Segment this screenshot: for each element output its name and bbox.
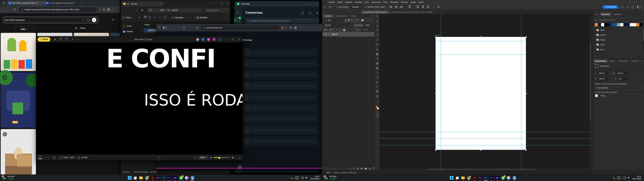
taskbar-icon-explorer[interactable] <box>138 175 144 181</box>
filter-shape-icon[interactable] <box>353 19 356 22</box>
taskbar-icon-photos[interactable] <box>190 175 195 181</box>
guide-vertical[interactable] <box>521 14 522 170</box>
edge-address-bar[interactable]: web.whatsapp.com <box>200 25 280 30</box>
guide-vertical[interactable] <box>441 14 441 170</box>
filter-toggle[interactable] <box>361 19 364 21</box>
color-swatch[interactable] <box>601 23 604 26</box>
options-gear-icon[interactable]: ⚙ <box>438 6 440 8</box>
taskbar-icon-explorer[interactable] <box>460 175 466 181</box>
filter-adjustment-icon[interactable] <box>348 19 350 21</box>
swatch-group-row[interactable]: › RGB <box>593 28 643 33</box>
menu-item[interactable]: Arquivo <box>328 1 335 3</box>
info-icon[interactable]: i <box>53 156 56 159</box>
collection-overlay-icon[interactable]: ⊞ <box>3 132 7 136</box>
crumb-item[interactable]: 07 - JULHO <box>168 9 178 11</box>
tool-icon[interactable]: ● <box>375 47 379 52</box>
share-icon[interactable]: ↗ <box>157 16 162 19</box>
breadcrumb[interactable]: › ⋯ › 2025 › 07 - JULHO <box>147 8 203 12</box>
chevron-down-icon[interactable]: ▾ <box>332 6 332 8</box>
tool-icon[interactable]: ▭ <box>375 84 379 89</box>
tray-chevron-icon[interactable]: ^ <box>288 177 289 179</box>
guide-horizontal[interactable] <box>379 132 591 132</box>
panel-menu-icon[interactable]: ≡ <box>372 15 373 17</box>
zoom-slider-knob[interactable] <box>218 156 221 159</box>
taskbar-icon-mediaencoder[interactable]: Me <box>172 175 178 181</box>
cut-icon[interactable]: ✂ <box>137 16 142 19</box>
sync-icon[interactable]: ↻ <box>291 177 292 179</box>
expand-artboard-icon[interactable]: ▾ <box>329 33 330 35</box>
collapse-dock-icon[interactable]: « <box>323 11 324 13</box>
lock-transparency-icon[interactable] <box>330 29 332 31</box>
copy-icon[interactable] <box>142 16 147 19</box>
maximize-icon[interactable]: ▢ <box>232 38 234 40</box>
crumb-item[interactable]: 2025 <box>160 9 164 11</box>
artboard-bg-swatch[interactable] <box>595 94 598 97</box>
discover-bulb-icon[interactable] <box>632 6 634 8</box>
distribute-h-icon[interactable] <box>422 6 424 8</box>
color-swatch[interactable] <box>620 23 623 26</box>
tool-icon[interactable]: ◇ <box>375 24 379 28</box>
psd-filter-dropdown[interactable]: PSD ▾ <box>16 26 32 32</box>
downloads-icon[interactable]: ↓ <box>170 27 170 29</box>
guide-horizontal[interactable] <box>436 41 526 41</box>
workspace-icon[interactable] <box>637 6 640 8</box>
auto-select-target-dropdown[interactable]: Camada ▾ <box>350 5 362 9</box>
transform-handle[interactable] <box>480 149 482 151</box>
notifications-bell-icon[interactable] <box>621 6 623 8</box>
url-text[interactable]: freepik.com/search?format=search&query=p… <box>24 8 79 11</box>
maximize-icon[interactable]: ▢ <box>634 1 636 3</box>
filmstrip-icon[interactable] <box>39 156 42 159</box>
minimize-icon[interactable]: ─ <box>304 3 305 5</box>
x-field[interactable]: 1118 px <box>598 77 608 80</box>
more-align-icon[interactable]: ⋯ <box>433 6 435 8</box>
color-swatch[interactable] <box>639 23 642 26</box>
extensions-icon[interactable]: ⌘ <box>103 8 105 11</box>
tab-amostras[interactable]: Amostras <box>600 12 612 16</box>
taskbar-icon-taskview[interactable] <box>454 175 460 181</box>
transform-handle[interactable] <box>526 93 527 94</box>
crumb-ellipsis[interactable]: ⋯ <box>155 9 157 12</box>
share-button[interactable]: Compartilhar <box>602 5 618 9</box>
filters-button[interactable]: Filters <box>74 27 86 29</box>
distribute-v-icon[interactable] <box>416 6 419 8</box>
menu-item[interactable]: Ajuda <box>418 1 424 3</box>
stylus-icon[interactable]: ✎ <box>159 27 161 29</box>
page-settings-icon[interactable]: ⚙ <box>112 18 114 21</box>
tab-propriedades[interactable]: Propriedades <box>593 59 608 63</box>
more-icon[interactable]: ⋯ <box>77 38 79 40</box>
clear-search-icon[interactable]: × <box>82 19 84 21</box>
filter-smartobject-icon[interactable] <box>357 19 359 22</box>
maximize-icon[interactable]: ▢ <box>310 3 311 5</box>
tab-canais[interactable]: Canais <box>349 14 358 18</box>
back-icon[interactable]: ← <box>3 8 6 11</box>
status-icon[interactable] <box>309 12 312 15</box>
image-search-icon[interactable] <box>87 19 90 21</box>
close-icon[interactable]: × <box>640 1 642 3</box>
quick-mask-icon[interactable] <box>376 111 378 114</box>
swatch-group-row[interactable]: › Claro <box>593 42 643 47</box>
distribute-center-icon[interactable] <box>427 6 429 8</box>
swatch-group-row[interactable]: › Pastel <box>593 38 643 42</box>
zoom-slider[interactable] <box>214 157 230 158</box>
app-shortcut-icon[interactable] <box>218 38 221 41</box>
refresh-icon[interactable]: ↻ <box>142 9 144 12</box>
volume-muted-icon[interactable]: × <box>306 177 308 179</box>
menu-item[interactable]: Editar <box>338 1 343 3</box>
edit-button[interactable]: ✎ Editar <box>38 37 50 42</box>
menu-item[interactable]: Imagem <box>345 1 352 3</box>
status-zoom-field[interactable]: 50% <box>325 171 332 174</box>
filter-type-dropdown[interactable]: Tipo ▾ <box>324 18 344 22</box>
split-screen-icon[interactable] <box>163 27 167 29</box>
menu-item[interactable]: Texto <box>364 1 369 3</box>
filter-icon[interactable]: ≋ <box>316 12 318 14</box>
tool-icon[interactable]: ◐ <box>375 38 379 42</box>
tool-icon[interactable]: + <box>375 14 379 19</box>
tab-camadas[interactable]: Camadas <box>322 14 334 18</box>
color-swatch[interactable] <box>611 23 614 26</box>
reload-icon[interactable]: ↻ <box>14 8 16 11</box>
chevron-down-icon[interactable]: ▾ <box>641 6 642 8</box>
transform-handle[interactable] <box>480 36 482 38</box>
new-tab-icon[interactable]: + <box>163 2 164 4</box>
network-icon[interactable] <box>623 177 626 179</box>
swatches-search-input[interactable]: Pesquisar amostras <box>598 18 642 22</box>
